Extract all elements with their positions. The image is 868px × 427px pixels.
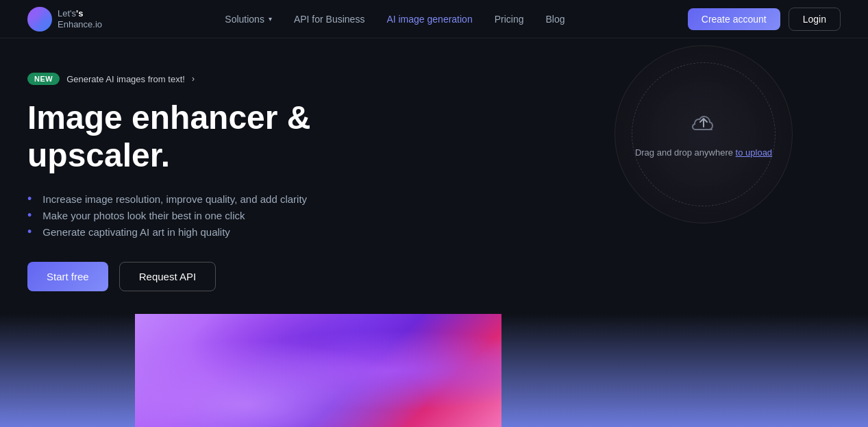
badge-chevron-icon: › (192, 74, 195, 84)
start-free-button[interactable]: Start free (27, 262, 108, 291)
badge-row: NEW Generate AI images from text! › (27, 73, 411, 85)
hero-title: Image enhancer & upscaler. (27, 99, 411, 174)
bottom-center-image (135, 314, 501, 427)
nav-blog[interactable]: Blog (546, 14, 565, 25)
hero-left: NEW Generate AI images from text! › Imag… (27, 66, 411, 291)
feature-item-1: Increase image resolution, improve quali… (27, 191, 411, 207)
nav-solutions[interactable]: Solutions ▾ (225, 14, 272, 25)
new-badge: NEW (27, 73, 60, 85)
svg-point-0 (33, 12, 47, 26)
upload-link[interactable]: to upload (736, 147, 773, 158)
upload-area[interactable]: Drag and drop anywhere to upload (608, 45, 799, 223)
nav-api-business[interactable]: API for Business (294, 14, 365, 25)
feature-item-2: Make your photos look their best in one … (27, 207, 411, 223)
logo-text: Let's's Enhance.io (58, 8, 102, 29)
request-api-button[interactable]: Request API (119, 262, 216, 291)
create-account-button[interactable]: Create account (688, 8, 780, 30)
feature-item-3: Generate captivating AI art in high qual… (27, 223, 411, 240)
chevron-down-icon: ▾ (269, 15, 272, 23)
main-content: NEW Generate AI images from text! › Imag… (0, 38, 868, 314)
bottom-right-bg (501, 314, 868, 427)
cloud-upload-icon (690, 112, 717, 139)
nav-actions: Create account Login (688, 8, 841, 31)
nav-ai-image-generation[interactable]: AI image generation (386, 14, 472, 25)
nav-links: Solutions ▾ API for Business AI image ge… (225, 14, 565, 25)
nav-pricing[interactable]: Pricing (495, 14, 524, 25)
badge-description: Generate AI images from text! (66, 74, 185, 84)
bottom-left-bg (0, 314, 135, 427)
login-button[interactable]: Login (789, 8, 841, 31)
logo[interactable]: Let's's Enhance.io (27, 7, 102, 32)
navbar: Let's's Enhance.io Solutions ▾ API for B… (0, 0, 868, 38)
upload-instruction: Drag and drop anywhere to upload (635, 147, 772, 158)
cta-buttons: Start free Request API (27, 262, 411, 291)
upload-circle-outer[interactable]: Drag and drop anywhere to upload (615, 45, 793, 223)
upload-circle-inner[interactable]: Drag and drop anywhere to upload (632, 62, 776, 206)
logo-icon (27, 7, 52, 32)
bottom-preview-section (0, 314, 868, 427)
feature-list: Increase image resolution, improve quali… (27, 191, 411, 240)
